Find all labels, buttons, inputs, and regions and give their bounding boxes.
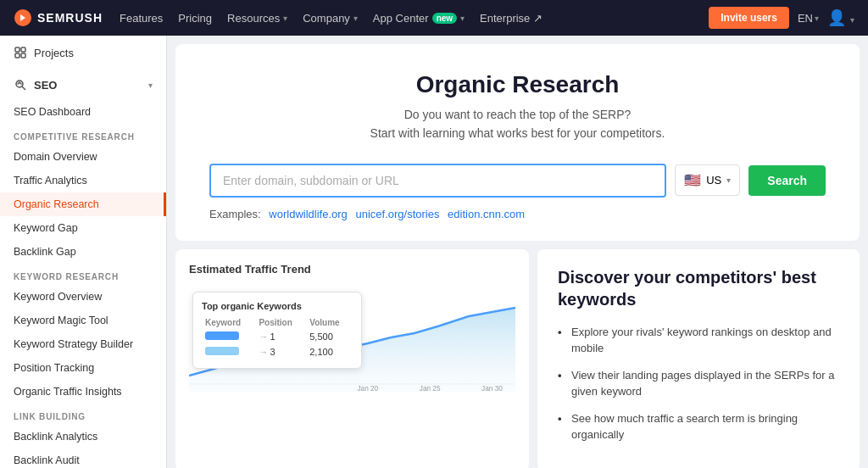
main-layout: Projects SEO ▾ SEO Dashboard COMPETITIVE… <box>0 36 868 468</box>
country-selector[interactable]: 🇺🇸 US ▾ <box>675 164 740 196</box>
main-content: Organic Research Do you want to reach th… <box>167 36 868 468</box>
example-link-3[interactable]: edition.cnn.com <box>448 208 525 220</box>
sidebar: Projects SEO ▾ SEO Dashboard COMPETITIVE… <box>0 36 167 468</box>
keyword-bar-1 <box>205 332 239 340</box>
list-item: Explore your rivals' keyword rankings on… <box>558 324 839 357</box>
example-link-2[interactable]: unicef.org/stories <box>355 208 439 220</box>
svg-line-6 <box>22 86 25 90</box>
logo[interactable]: SEMRUSH <box>14 8 103 27</box>
projects-label: Projects <box>34 47 74 59</box>
flag-icon: 🇺🇸 <box>684 172 701 188</box>
tooltip-table: Keyword Position Volume →1 5,500 <box>202 316 353 359</box>
nav-enterprise[interactable]: Enterprise ↗ <box>480 12 542 25</box>
arrow-icon-1: → <box>259 332 268 342</box>
logo-text: SEMRUSH <box>37 11 103 25</box>
competitive-research-label: COMPETITIVE RESEARCH <box>0 124 166 145</box>
examples-label: Examples: <box>209 208 261 220</box>
sidebar-item-keyword-overview[interactable]: Keyword Overview <box>0 285 166 309</box>
nav-pricing[interactable]: Pricing <box>178 12 212 25</box>
tooltip-title: Top organic Keywords <box>202 301 353 311</box>
col-keyword: Keyword <box>202 316 255 329</box>
chart-title: Estimated Traffic Trend <box>189 263 515 276</box>
keyword-bar-2 <box>205 347 239 355</box>
svg-rect-2 <box>21 47 25 52</box>
keyword-tooltip: Top organic Keywords Keyword Position Vo… <box>192 292 362 369</box>
sidebar-item-keyword-magic-tool[interactable]: Keyword Magic Tool <box>0 309 166 332</box>
country-code: US <box>706 174 721 187</box>
seo-section-label: SEO <box>14 78 57 92</box>
example-link-1[interactable]: worldwildlife.org <box>269 208 347 220</box>
keyword-research-label: KEYWORD RESEARCH <box>0 264 166 285</box>
list-item: See how much traffic a search term is br… <box>558 410 839 443</box>
search-button[interactable]: Search <box>748 165 826 196</box>
sidebar-item-backlink-gap[interactable]: Backlink Gap <box>0 240 166 264</box>
page-title: Organic Research <box>209 71 826 98</box>
organic-research-wrapper: Organic Research ← <box>0 192 166 216</box>
list-item: View their landing pages displayed in th… <box>558 367 839 400</box>
table-row: →1 5,500 <box>202 329 353 344</box>
language-selector[interactable]: EN ▾ <box>798 12 819 25</box>
nav-resources[interactable]: Resources ▾ <box>227 12 287 25</box>
nav-company[interactable]: Company ▾ <box>303 12 358 25</box>
features-list: Explore your rivals' keyword rankings on… <box>558 324 839 443</box>
chart-card: Estimated Traffic Trend Jan 20 <box>175 249 529 468</box>
sidebar-item-keyword-gap[interactable]: Keyword Gap <box>0 216 166 240</box>
nav-features[interactable]: Features <box>120 12 163 25</box>
hero-subtitle: Do you want to reach the top of the SERP… <box>209 105 826 143</box>
col-volume: Volume <box>306 316 353 329</box>
arrow-icon-2: → <box>259 347 268 357</box>
sidebar-item-seo-dashboard[interactable]: SEO Dashboard <box>0 100 166 124</box>
domain-search-input[interactable] <box>209 164 666 198</box>
link-building-label: LINK BUILDING <box>0 404 166 425</box>
country-chevron: ▾ <box>726 176 731 185</box>
semrush-logo-icon <box>14 8 32 27</box>
invite-users-button[interactable]: Invite users <box>709 7 789 29</box>
app-center-badge: new <box>432 13 457 24</box>
svg-rect-3 <box>15 53 19 58</box>
sidebar-item-backlink-audit[interactable]: Backlink Audit <box>0 448 166 468</box>
projects-icon <box>14 46 27 59</box>
features-title: Discover your competitors' best keywords <box>558 266 839 310</box>
examples-row: Examples: worldwildlife.org unicef.org/s… <box>209 208 826 220</box>
sidebar-item-domain-overview[interactable]: Domain Overview <box>0 145 166 169</box>
seo-icon <box>14 78 27 92</box>
sidebar-item-position-tracking[interactable]: Position Tracking <box>0 356 166 380</box>
features-card: Discover your competitors' best keywords… <box>537 249 860 468</box>
bottom-section: Estimated Traffic Trend Jan 20 <box>175 249 860 468</box>
svg-text:Jan 25: Jan 25 <box>420 383 441 392</box>
user-menu-button[interactable]: 👤 ▾ <box>827 8 854 27</box>
sidebar-item-backlink-analytics[interactable]: Backlink Analytics <box>0 425 166 448</box>
svg-text:Jan 30: Jan 30 <box>481 383 503 392</box>
sidebar-seo-header[interactable]: SEO ▾ <box>0 70 166 100</box>
table-row: →3 2,100 <box>202 344 353 359</box>
sidebar-item-keyword-strategy-builder[interactable]: Keyword Strategy Builder <box>0 332 166 356</box>
seo-chevron: ▾ <box>148 81 153 90</box>
col-position: Position <box>255 316 306 329</box>
sidebar-projects[interactable]: Projects <box>0 36 166 70</box>
svg-text:Jan 20: Jan 20 <box>357 383 378 392</box>
top-navigation: SEMRUSH Features Pricing Resources ▾ Com… <box>0 0 868 36</box>
svg-rect-1 <box>15 47 19 52</box>
sidebar-item-traffic-analytics[interactable]: Traffic Analytics <box>0 169 166 192</box>
svg-rect-4 <box>21 53 25 58</box>
sidebar-item-organic-research[interactable]: Organic Research <box>0 192 166 216</box>
hero-section: Organic Research Do you want to reach th… <box>175 44 860 241</box>
sidebar-item-organic-traffic-insights[interactable]: Organic Traffic Insights <box>0 380 166 404</box>
search-row: 🇺🇸 US ▾ Search <box>209 164 826 198</box>
nav-app-center[interactable]: App Center new ▾ <box>373 12 465 25</box>
nav-items: Features Pricing Resources ▾ Company ▾ A… <box>120 12 692 25</box>
nav-right: Invite users EN ▾ 👤 ▾ <box>709 7 854 29</box>
